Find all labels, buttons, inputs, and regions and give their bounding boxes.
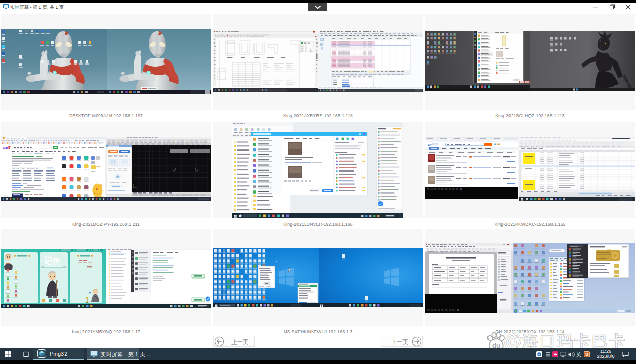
- svg-text:记住: 记住: [44, 256, 60, 265]
- svg-text:度: 度: [7, 146, 11, 150]
- svg-text:CY: CY: [428, 143, 432, 146]
